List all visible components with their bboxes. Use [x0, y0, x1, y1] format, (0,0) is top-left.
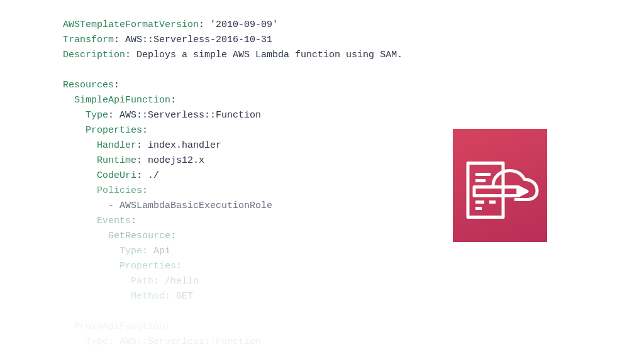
yaml-key: ProxyApiFunction — [74, 321, 165, 332]
yaml-value: AWS::Serverless::Function — [119, 110, 261, 121]
yaml-value: Api — [153, 246, 170, 256]
yaml-value: /hello — [165, 276, 199, 287]
yaml-key: Type — [86, 336, 108, 347]
yaml-value: ./ — [148, 170, 159, 181]
yaml-value: AWS::Serverless-2016-10-31 — [125, 35, 272, 45]
yaml-value: nodejs12.x — [148, 155, 204, 166]
yaml-value: GET — [176, 291, 193, 302]
yaml-key: SimpleApiFunction — [74, 95, 170, 106]
svg-rect-6 — [474, 187, 518, 195]
yaml-key: Properties — [119, 261, 176, 272]
yaml-key: Transform — [63, 35, 114, 45]
yaml-key: GetResource — [108, 231, 170, 241]
yaml-value: Deploys a simple AWS Lambda function usi… — [136, 50, 402, 60]
yaml-key: Properties — [86, 125, 142, 136]
yaml-key: AWSTemplateFormatVersion — [63, 19, 199, 30]
yaml-key: Resources — [63, 80, 114, 90]
yaml-key: Handler — [97, 140, 136, 151]
yaml-key: Description — [63, 50, 125, 60]
yaml-value: '2010-09-09' — [210, 19, 278, 30]
yaml-value: AWS::Serverless::Function — [119, 336, 261, 347]
yaml-key: CodeUri — [97, 170, 136, 181]
yaml-key: Events — [97, 216, 131, 226]
yaml-key: Path — [131, 276, 153, 287]
yaml-key: Method — [131, 291, 165, 302]
cloudformation-template-icon — [453, 129, 547, 242]
yaml-key: Policies — [97, 185, 142, 196]
yaml-key: Type — [86, 110, 108, 121]
yaml-value: - AWSLambdaBasicExecutionRole — [108, 200, 272, 211]
yaml-code-block: AWSTemplateFormatVersion: '2010-09-09' T… — [63, 18, 402, 349]
yaml-key: Runtime — [97, 155, 136, 166]
yaml-value: index.handler — [148, 140, 221, 151]
yaml-key: Type — [119, 246, 142, 256]
